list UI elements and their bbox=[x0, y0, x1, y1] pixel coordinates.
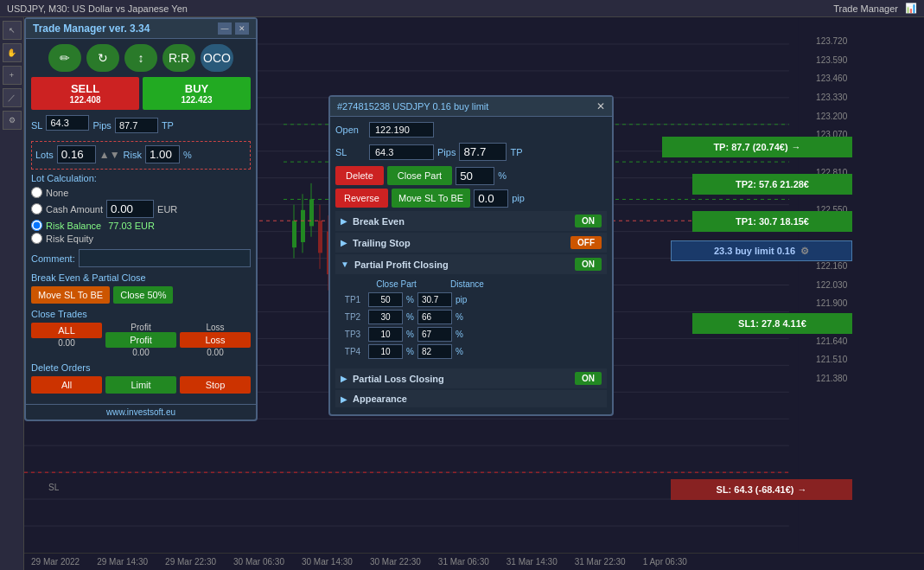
partial-loss-toggle[interactable]: ON bbox=[575, 372, 602, 385]
tm-title: Trade Manager ver. 3.34 bbox=[33, 22, 150, 35]
trailing-stop-toggle[interactable]: OFF bbox=[570, 236, 602, 249]
svg-text:123.720: 123.720 bbox=[816, 36, 848, 46]
pips-input[interactable] bbox=[115, 118, 158, 133]
toolbar-hand[interactable]: ✋ bbox=[3, 43, 22, 62]
tm-icon-row: ✏ ↻ ↕ R:R OCO bbox=[31, 44, 251, 72]
tp1-distance[interactable] bbox=[417, 292, 452, 307]
close-profit-button[interactable]: Profit bbox=[105, 332, 176, 348]
delete-orders-row: All Limit Stop bbox=[31, 376, 251, 394]
sl-input[interactable] bbox=[46, 115, 89, 131]
sl-level-bar[interactable]: SL: 64.3 (-68.41€) → bbox=[671, 479, 852, 500]
cash-amount-input[interactable] bbox=[106, 200, 154, 218]
minimize-button[interactable]: — bbox=[218, 22, 232, 35]
tp2-level-label: TP2: 57.6 21.28€ bbox=[736, 179, 809, 189]
close-loss-button[interactable]: Loss bbox=[180, 332, 251, 348]
od-reverse-button[interactable]: Reverse bbox=[335, 189, 388, 208]
cash-amount-radio-row: Cash Amount EUR bbox=[31, 200, 251, 218]
tp4-distance[interactable] bbox=[417, 344, 452, 359]
toolbar-cursor[interactable]: ↖ bbox=[3, 21, 22, 40]
risk-input[interactable] bbox=[145, 145, 180, 163]
od-delete-button[interactable]: Delete bbox=[335, 166, 384, 185]
svg-text:121.640: 121.640 bbox=[816, 336, 848, 346]
partial-profit-collapsible: ▼ Partial Profit Closing ON Close Part D… bbox=[335, 254, 607, 367]
sl1-level-label: SL1: 27.8 4.11€ bbox=[738, 318, 806, 329]
close-trades-section: Close Trades ALL 0.00 Profit Profit 0.00… bbox=[31, 309, 251, 357]
close-all-button[interactable]: ALL bbox=[31, 323, 102, 338]
cash-amount-radio[interactable] bbox=[31, 203, 42, 215]
risk-label: Risk bbox=[124, 150, 142, 160]
risk-equity-radio[interactable] bbox=[31, 233, 42, 244]
od-sl-input[interactable] bbox=[369, 144, 434, 160]
partial-profit-header[interactable]: ▼ Partial Profit Closing ON bbox=[335, 254, 607, 274]
toolbar-crosshair[interactable]: + bbox=[3, 66, 22, 85]
trade-manager-label: Trade Manager bbox=[833, 3, 898, 14]
none-radio[interactable] bbox=[31, 187, 42, 198]
order-dialog: #274815238 USDJPY 0.16 buy limit ✕ Open … bbox=[328, 95, 614, 416]
trailing-stop-header[interactable]: ▶ Trailing Stop OFF bbox=[335, 233, 607, 253]
lots-input[interactable] bbox=[57, 145, 96, 163]
buy-limit-bar[interactable]: 23.3 buy limit 0.16 ⚙ bbox=[671, 240, 852, 261]
close-part-header: Close Part bbox=[368, 279, 424, 289]
sl1-level-bar[interactable]: SL1: 27.8 4.11€ bbox=[692, 313, 852, 334]
tp1-close-pct[interactable] bbox=[368, 292, 403, 307]
delete-stop-button[interactable]: Stop bbox=[180, 376, 251, 394]
comment-row: Comment: bbox=[31, 249, 251, 267]
od-open-input[interactable] bbox=[369, 122, 434, 138]
risk-balance-label: Risk Balance bbox=[46, 221, 101, 231]
od-close-part-pct-input[interactable] bbox=[456, 167, 494, 185]
tp3-close-pct[interactable] bbox=[368, 327, 403, 342]
break-even-header[interactable]: ▶ Break Even ON bbox=[335, 211, 607, 231]
buy-button[interactable]: BUY 122.423 bbox=[143, 77, 251, 110]
risk-balance-radio[interactable] bbox=[31, 220, 42, 231]
lots-label: Lots bbox=[35, 150, 54, 160]
delete-orders-section: Delete Orders All Limit Stop bbox=[31, 362, 251, 394]
pp-tp4-row: TP4 % % bbox=[341, 344, 602, 359]
close-50-button[interactable]: Close 50% bbox=[113, 286, 173, 304]
od-close-button[interactable]: ✕ bbox=[596, 100, 605, 112]
od-open-label: Open bbox=[335, 125, 366, 135]
tp3-distance[interactable] bbox=[417, 327, 452, 342]
break-even-toggle[interactable]: ON bbox=[575, 215, 602, 227]
tp2-distance[interactable] bbox=[417, 310, 452, 324]
partial-profit-title: Partial Profit Closing bbox=[354, 259, 570, 270]
appearance-header[interactable]: ▶ Appearance bbox=[335, 390, 607, 407]
toolbar-line[interactable]: ／ bbox=[3, 88, 22, 107]
sl-tp-row: SL Pips TP bbox=[31, 115, 251, 136]
tp1-label: TP1 bbox=[341, 295, 365, 304]
partial-loss-header[interactable]: ▶ Partial Loss Closing ON bbox=[335, 368, 607, 388]
od-pip-input[interactable] bbox=[474, 189, 508, 208]
tp-level-bar[interactable]: TP: 87.7 (20.74€) → bbox=[662, 137, 852, 157]
od-close-part-button[interactable]: Close Part bbox=[387, 166, 452, 185]
pen-button[interactable]: ✏ bbox=[48, 44, 81, 72]
toolbar-settings[interactable]: ⚙ bbox=[3, 111, 22, 130]
tp4-close-pct[interactable] bbox=[368, 344, 403, 359]
close-trades-title: Close Trades bbox=[31, 309, 251, 319]
svg-text:122.030: 122.030 bbox=[816, 280, 848, 290]
gear-icon[interactable]: ⚙ bbox=[800, 246, 809, 257]
od-tp-input[interactable] bbox=[459, 143, 507, 161]
sl-label: SL bbox=[31, 120, 42, 131]
tp1-unit: pip bbox=[456, 295, 467, 304]
arrow-updown-button[interactable]: ↕ bbox=[124, 44, 157, 72]
move-sl-be-button[interactable]: Move SL To BE bbox=[31, 286, 110, 304]
tp2-close-pct[interactable] bbox=[368, 310, 403, 324]
close-button[interactable]: ✕ bbox=[235, 22, 249, 35]
chart-title: USDJPY, M30: US Dollar vs Japanese Yen bbox=[7, 3, 188, 14]
oco-button[interactable]: OCO bbox=[201, 44, 233, 72]
break-even-arrow: ▶ bbox=[341, 216, 347, 226]
risk-pct: % bbox=[183, 150, 192, 160]
lots-risk-section: Lots ▲▼ Risk % bbox=[31, 141, 251, 170]
partial-profit-toggle[interactable]: ON bbox=[575, 258, 602, 271]
appearance-collapsible: ▶ Appearance bbox=[335, 390, 607, 407]
tp2-label: TP2 bbox=[341, 312, 365, 322]
delete-limit-button[interactable]: Limit bbox=[105, 376, 176, 394]
sell-button[interactable]: SELL 122.408 bbox=[31, 77, 139, 110]
refresh-button[interactable]: ↻ bbox=[86, 44, 119, 72]
delete-all-button[interactable]: All bbox=[31, 376, 102, 394]
comment-input[interactable] bbox=[79, 249, 251, 267]
tp1-level-bar[interactable]: TP1: 30.7 18.15€ bbox=[692, 211, 852, 232]
tp2-level-bar[interactable]: TP2: 57.6 21.28€ bbox=[692, 174, 852, 195]
rr-button[interactable]: R:R bbox=[162, 44, 195, 72]
buy-limit-label: 23.3 buy limit 0.16 bbox=[714, 246, 795, 256]
od-move-sl-button[interactable]: Move SL To BE bbox=[392, 189, 470, 208]
